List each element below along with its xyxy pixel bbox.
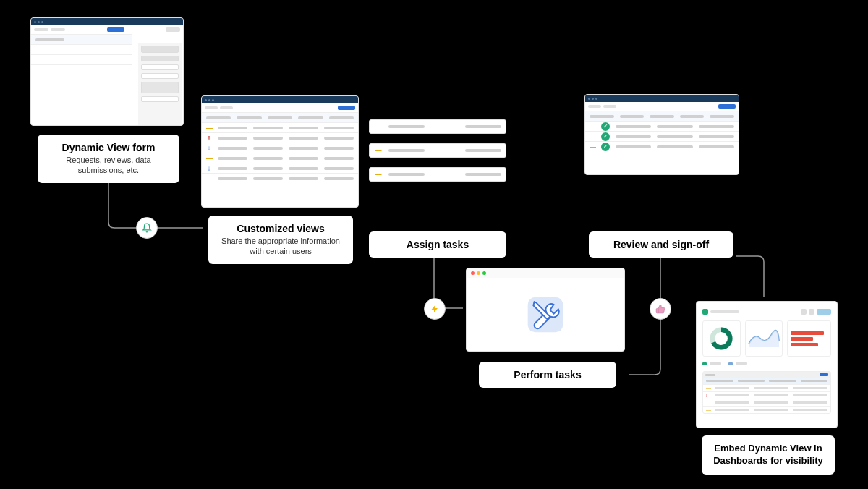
views-title: Customized views — [220, 223, 341, 234]
assign-label: Assign tasks — [369, 231, 506, 258]
perform-window-mock — [466, 268, 625, 352]
tools-icon — [522, 292, 569, 338]
task-item-1: — — [369, 119, 506, 134]
review-title: Review and sign-off — [600, 239, 722, 250]
bell-icon — [136, 217, 158, 239]
perform-title: Perform tasks — [490, 369, 605, 380]
dashboard-mock: — ! ↓ — — [696, 301, 838, 428]
form-title: Dynamic View form — [49, 142, 168, 153]
review-window-mock: —✓ —✓ —✓ — [584, 94, 739, 175]
assign-title: Assign tasks — [380, 239, 495, 250]
task-item-2: — — [369, 143, 506, 158]
bolt-icon — [424, 298, 446, 320]
form-label: Dynamic View form Requests, reviews, dat… — [38, 135, 179, 183]
form-subtitle: Requests, reviews, data submissions, etc… — [49, 155, 168, 176]
thumb-icon — [650, 298, 671, 320]
task-item-3: — — [369, 167, 506, 182]
review-label: Review and sign-off — [589, 231, 733, 258]
views-subtitle: Share the appropriate information with c… — [220, 236, 341, 257]
embed-title: Embed Dynamic View in Dashboards for vis… — [713, 443, 823, 467]
views-window-mock: — ! ↓ — ↓ — — [201, 95, 359, 208]
views-label: Customized views Share the appropriate i… — [208, 216, 353, 264]
embed-label: Embed Dynamic View in Dashboards for vis… — [702, 435, 835, 475]
form-window-mock — [30, 17, 184, 126]
perform-label: Perform tasks — [479, 362, 616, 388]
